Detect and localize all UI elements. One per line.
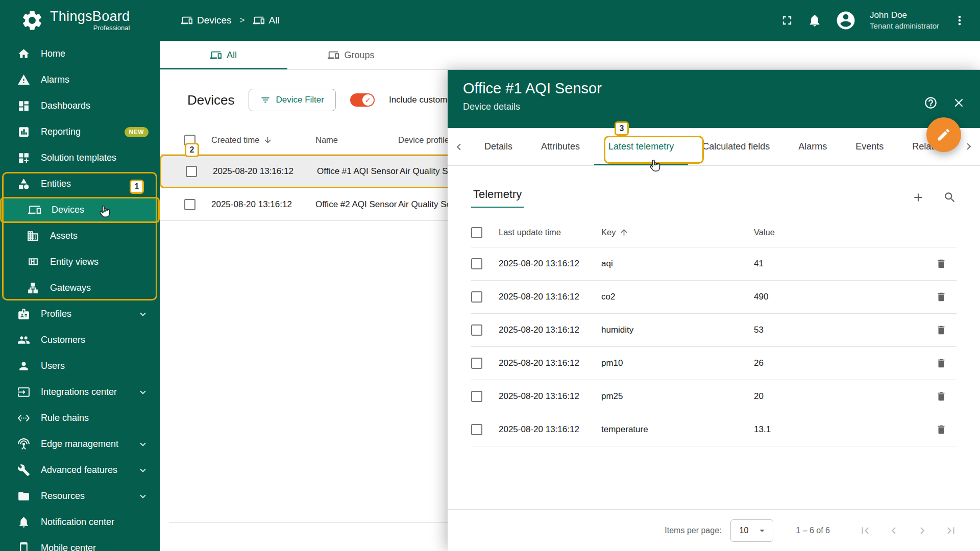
row-checkbox[interactable] (471, 358, 482, 369)
row-checkbox[interactable] (471, 258, 482, 269)
table-row[interactable]: 2025-08-20 13:16:12 temperature 13.1 (471, 413, 957, 446)
sidebar-item-rule-chains[interactable]: Rule chains (0, 405, 160, 431)
delete-icon[interactable] (936, 391, 947, 402)
sidebar-item-devices[interactable]: Devices (0, 197, 160, 223)
row-checkbox[interactable] (471, 424, 482, 435)
next-page-button[interactable] (916, 524, 929, 537)
step-badge-2: 2 (185, 143, 199, 157)
cell-created-time: 2025-08-20 13:16:12 (213, 166, 293, 177)
column-created-time[interactable]: Created time (211, 135, 259, 145)
table-row[interactable]: 2025-08-20 13:16:12 pm25 20 (471, 380, 957, 413)
search-icon[interactable] (943, 191, 957, 204)
sidebar-item-notification-center[interactable]: Notification center (0, 509, 160, 535)
sidebar-item-assets[interactable]: Assets (0, 223, 160, 249)
table-row[interactable]: 2025-08-20 13:16:12 humidity 53 (471, 314, 957, 347)
sidebar-item-customers[interactable]: Customers (0, 327, 160, 353)
tab-details[interactable]: Details (470, 128, 527, 165)
items-per-page-label: Items per page: (665, 526, 721, 535)
sidebar-item-reporting[interactable]: Reporting NEW (0, 119, 160, 145)
include-customers-toggle[interactable]: ✓ (350, 93, 375, 107)
previous-page-button[interactable] (887, 524, 900, 537)
dashboard-icon (17, 99, 30, 112)
table-row[interactable]: 2025-08-20 13:16:12 aqi 41 (471, 247, 957, 281)
chevron-down-icon (137, 465, 149, 476)
sidebar-item-label: Gateways (50, 283, 91, 293)
sidebar-item-integrations-center[interactable]: Integrations center (0, 379, 160, 405)
row-checkbox[interactable] (471, 324, 482, 336)
templates-icon (17, 152, 30, 164)
delete-icon[interactable] (936, 291, 947, 303)
sidebar-item-mobile-center[interactable]: Mobile center (0, 535, 160, 551)
notification-center-icon (17, 516, 30, 529)
row-checkbox[interactable] (186, 166, 197, 177)
step-badge-3: 3 (615, 121, 629, 136)
device-filter-button[interactable]: Device Filter (249, 89, 335, 111)
sidebar-item-entity-views[interactable]: Entity views (0, 249, 160, 275)
avatar[interactable] (835, 10, 856, 31)
column-name[interactable]: Name (315, 135, 398, 145)
sidebar-item-label: Profiles (41, 309, 71, 319)
sidebar-item-users[interactable]: Users (0, 353, 160, 379)
table-row[interactable]: 2025-08-20 13:16:12 pm10 26 (471, 347, 957, 380)
more-menu-icon[interactable] (952, 13, 967, 28)
cell-device-name: Office #2 AQI Sensor (315, 199, 398, 210)
edit-device-fab[interactable] (926, 117, 961, 152)
sidebar-item-home[interactable]: Home (0, 41, 160, 67)
tab-alarms[interactable]: Alarms (784, 128, 841, 165)
delete-icon[interactable] (936, 324, 947, 336)
sidebar-item-resources[interactable]: Resources (0, 483, 160, 509)
user-name: John Doe (870, 10, 939, 21)
first-page-button[interactable] (859, 524, 872, 537)
tab-calculated-fields[interactable]: Calculated fields (688, 128, 784, 165)
sidebar-item-gateways[interactable]: Gateways (0, 275, 160, 301)
column-key[interactable]: Key (601, 228, 616, 237)
column-value[interactable]: Value (754, 228, 926, 237)
help-icon[interactable] (924, 96, 938, 110)
breadcrumb-separator: > (240, 15, 245, 26)
row-checkbox[interactable] (471, 391, 482, 402)
cell-key: humidity (601, 325, 754, 335)
sidebar-item-label: Home (41, 48, 65, 59)
select-all-checkbox[interactable] (471, 227, 482, 238)
breadcrumb-devices[interactable]: Devices (181, 15, 232, 26)
tab-all[interactable]: All (160, 41, 287, 69)
sidebar-item-alarms[interactable]: Alarms (0, 67, 160, 93)
sidebar-item-edge-management[interactable]: Edge management (0, 431, 160, 457)
add-icon[interactable] (912, 191, 925, 204)
tab-latest-telemetry[interactable]: Latest telemetry (594, 128, 688, 165)
telemetry-header: Telemetry (471, 185, 957, 210)
items-per-page-value: 10 (739, 526, 748, 535)
cell-value: 20 (754, 391, 926, 402)
pagination-range: 1 – 6 of 6 (796, 526, 830, 535)
close-icon[interactable] (952, 96, 966, 110)
row-checkbox[interactable] (184, 199, 195, 210)
tab-attributes[interactable]: Attributes (527, 128, 594, 165)
tab-events[interactable]: Events (841, 128, 898, 165)
delete-icon[interactable] (936, 258, 947, 269)
column-last-update-time[interactable]: Last update time (499, 228, 601, 237)
cell-value: 13.1 (754, 424, 926, 435)
tab-groups[interactable]: Groups (287, 41, 415, 69)
breadcrumb-all[interactable]: All (253, 15, 280, 26)
delete-icon[interactable] (936, 358, 947, 369)
tabs-scroll-left-button[interactable] (448, 128, 470, 165)
notifications-icon[interactable] (807, 13, 822, 28)
row-checkbox[interactable] (471, 291, 482, 303)
table-row[interactable]: 2025-08-20 13:16:12 co2 490 (471, 281, 957, 314)
delete-icon[interactable] (936, 424, 947, 435)
last-page-button[interactable] (944, 524, 958, 537)
brand-text: ThingsBoard Professional (50, 9, 130, 32)
sidebar-item-solution-templates[interactable]: Solution templates (0, 145, 160, 171)
sidebar-item-label: Rule chains (41, 413, 89, 423)
sidebar-item-label: Alarms (41, 74, 69, 85)
app-logo[interactable]: ThingsBoard Professional (0, 9, 160, 32)
sidebar-item-dashboards[interactable]: Dashboards (0, 93, 160, 119)
user-block[interactable]: John Doe Tenant administrator (870, 10, 939, 31)
cell-key: temperature (601, 424, 754, 435)
sidebar-item-advanced-features[interactable]: Advanced features (0, 457, 160, 483)
breadcrumb: Devices > All (181, 15, 280, 26)
fullscreen-icon[interactable] (780, 13, 794, 28)
sidebar-item-profiles[interactable]: Profiles (0, 301, 160, 327)
items-per-page-select[interactable]: 10 (730, 519, 773, 542)
panel-tabs: Details Attributes Latest telemetry Calc… (448, 128, 980, 166)
